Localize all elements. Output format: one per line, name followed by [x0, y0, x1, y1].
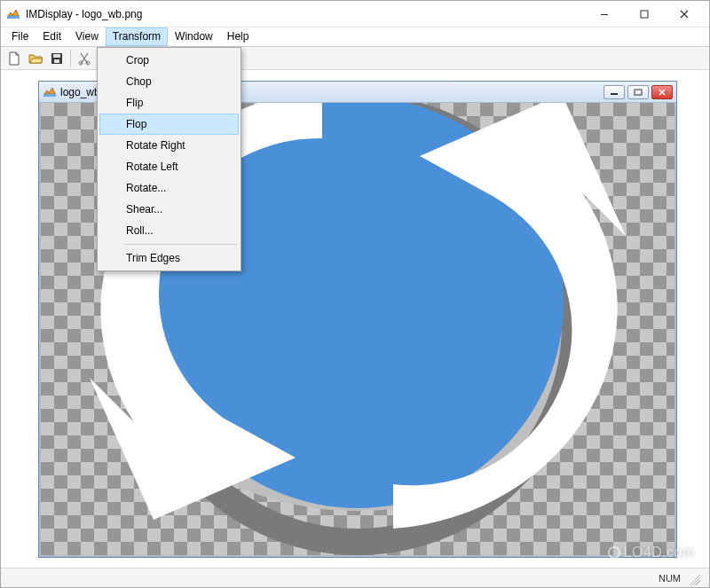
- status-num-indicator: NUM: [659, 573, 681, 584]
- menu-flop[interactable]: Flop: [99, 114, 239, 135]
- resize-grip[interactable]: [686, 571, 700, 585]
- menu-view[interactable]: View: [68, 27, 106, 46]
- menu-transform[interactable]: Transform: [106, 27, 168, 46]
- menu-crop[interactable]: Crop: [99, 50, 239, 71]
- menu-rotate-left[interactable]: Rotate Left: [99, 156, 239, 177]
- window-title: IMDisplay - logo_wb.png: [26, 8, 584, 20]
- menu-flip[interactable]: Flip: [99, 92, 239, 114]
- menubar: File Edit View Transform Window Help: [1, 27, 709, 47]
- menu-file[interactable]: File: [4, 27, 36, 46]
- menu-chop[interactable]: Chop: [99, 71, 239, 92]
- svg-rect-9: [611, 93, 618, 95]
- statusbar: NUM: [1, 568, 709, 587]
- svg-rect-2: [641, 11, 648, 18]
- transform-menu: Crop Chop Flip Flop Rotate Right Rotate …: [97, 47, 241, 271]
- app-icon: [6, 7, 20, 21]
- app-window: IMDisplay - logo_wb.png File Edit View T…: [0, 0, 710, 588]
- minimize-button[interactable]: [584, 2, 624, 27]
- svg-rect-10: [635, 90, 642, 95]
- close-button[interactable]: [664, 2, 704, 27]
- svg-rect-4: [53, 54, 60, 58]
- menu-separator: [124, 244, 237, 245]
- menu-edit[interactable]: Edit: [36, 27, 68, 46]
- svg-rect-0: [7, 16, 20, 19]
- doc-minimize-button[interactable]: [604, 85, 625, 99]
- maximize-button[interactable]: [624, 2, 664, 27]
- doc-maximize-button[interactable]: [627, 85, 649, 99]
- save-button[interactable]: [47, 49, 67, 68]
- menu-help[interactable]: Help: [220, 27, 256, 46]
- window-controls: [584, 2, 704, 27]
- menu-trim-edges[interactable]: Trim Edges: [99, 247, 239, 269]
- svg-rect-1: [601, 14, 608, 15]
- titlebar: IMDisplay - logo_wb.png: [1, 1, 709, 27]
- menu-shear[interactable]: Shear...: [99, 199, 239, 220]
- menu-roll[interactable]: Roll...: [99, 220, 239, 241]
- toolbar-separator: [70, 50, 71, 67]
- document-icon: [43, 85, 57, 99]
- open-file-button[interactable]: [26, 49, 45, 68]
- menu-rotate[interactable]: Rotate...: [99, 177, 239, 199]
- cut-button[interactable]: [75, 49, 94, 68]
- doc-close-button[interactable]: [651, 85, 673, 99]
- svg-rect-5: [54, 59, 59, 63]
- new-file-button[interactable]: [4, 49, 24, 68]
- menu-rotate-right[interactable]: Rotate Right: [99, 135, 239, 156]
- document-window-controls: [604, 85, 673, 99]
- menu-window[interactable]: Window: [168, 27, 220, 46]
- svg-rect-8: [43, 94, 56, 97]
